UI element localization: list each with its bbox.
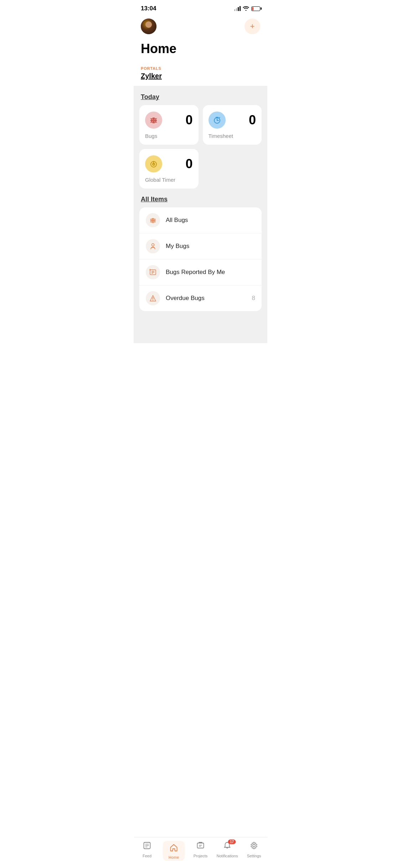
stats-grid: 0 Bugs 0 Timesheet	[134, 105, 267, 188]
bugs-count: 0	[185, 113, 192, 128]
bugs-card[interactable]: 0 Bugs	[139, 105, 199, 145]
header: +	[134, 15, 267, 38]
overdue-bugs-icon-wrap	[146, 291, 160, 305]
battery-icon	[251, 6, 260, 11]
all-items-list: All Bugs My Bugs	[139, 207, 262, 311]
bugs-reported-label: Bugs Reported By Me	[166, 269, 255, 276]
svg-point-37	[149, 269, 151, 271]
timesheet-label: Timesheet	[209, 133, 256, 139]
svg-line-25	[155, 219, 156, 220]
list-item-all-bugs[interactable]: All Bugs	[139, 207, 262, 233]
timesheet-card[interactable]: 0 Timesheet	[203, 105, 262, 145]
timer-label: Global Timer	[145, 177, 193, 183]
page-title: Home	[141, 41, 260, 56]
svg-line-5	[150, 118, 151, 119]
status-bar: 13:04	[134, 0, 267, 15]
wifi-icon	[243, 6, 249, 12]
bugs-label: Bugs	[145, 133, 193, 139]
svg-line-28	[150, 222, 151, 222]
all-bugs-label: All Bugs	[166, 217, 255, 224]
list-item-my-bugs[interactable]: My Bugs	[139, 233, 262, 259]
timer-count: 0	[185, 156, 192, 171]
timesheet-count: 0	[249, 113, 256, 128]
svg-line-24	[150, 219, 151, 220]
bugs-icon	[145, 112, 162, 129]
status-icons	[234, 6, 260, 12]
my-bugs-icon-wrap	[146, 239, 160, 253]
list-item-bugs-reported[interactable]: Bugs Reported By Me	[139, 259, 262, 285]
svg-line-10	[156, 122, 157, 123]
svg-line-9	[150, 122, 151, 123]
portal-section: PORTALS Zylker	[134, 62, 267, 86]
avatar[interactable]	[141, 19, 156, 34]
svg-line-29	[155, 222, 156, 222]
main-content: Today	[134, 86, 267, 343]
status-time: 13:04	[141, 5, 156, 12]
overdue-bugs-label: Overdue Bugs	[166, 295, 252, 302]
portal-name[interactable]: Zylker	[141, 72, 260, 80]
today-section-header: Today	[134, 86, 267, 105]
page-title-section: Home	[134, 38, 267, 62]
my-bugs-label: My Bugs	[166, 243, 255, 250]
list-item-overdue-bugs[interactable]: Overdue Bugs 8	[139, 285, 262, 311]
today-title: Today	[141, 93, 159, 100]
timer-icon	[145, 155, 162, 172]
all-bugs-icon-wrap	[146, 213, 160, 227]
timesheet-icon	[209, 112, 226, 129]
all-items-header: All Items	[134, 188, 267, 207]
svg-point-39	[153, 300, 153, 301]
add-button[interactable]: +	[245, 19, 260, 34]
bugs-reported-icon-wrap	[146, 265, 160, 279]
all-items-title: All Items	[141, 196, 168, 203]
portal-label: PORTALS	[141, 66, 260, 71]
signal-icon	[234, 6, 241, 11]
timer-card[interactable]: 0 Global Timer	[139, 149, 199, 188]
svg-point-30	[152, 244, 154, 246]
overdue-bugs-count: 8	[252, 295, 255, 302]
svg-line-6	[156, 118, 157, 119]
